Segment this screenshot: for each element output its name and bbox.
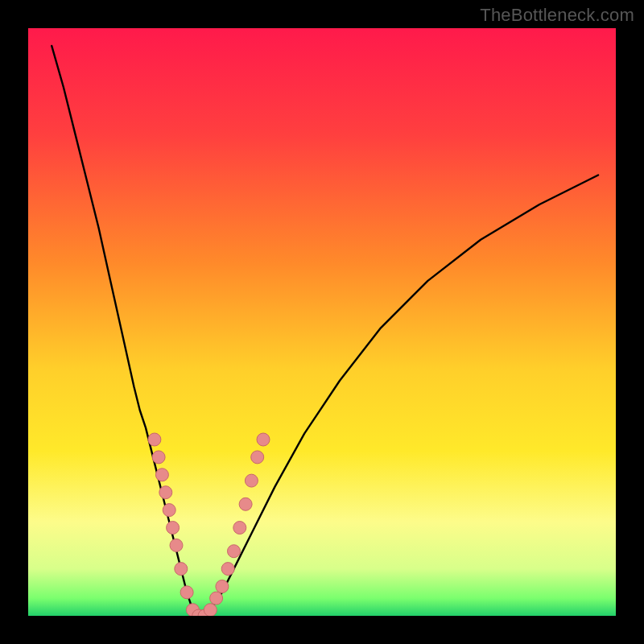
data-marker <box>180 586 193 599</box>
watermark-text: TheBottleneck.com <box>480 5 634 26</box>
chart-frame: TheBottleneck.com <box>0 0 644 644</box>
data-marker <box>228 545 241 558</box>
data-marker <box>163 504 175 517</box>
bottleneck-curve <box>52 46 598 616</box>
data-marker <box>257 433 270 446</box>
data-marker <box>204 604 217 616</box>
data-marker <box>233 522 246 535</box>
data-marker <box>216 580 229 593</box>
data-marker <box>148 433 161 446</box>
data-marker <box>221 563 234 576</box>
data-marker <box>170 539 183 551</box>
data-marker <box>251 451 264 464</box>
chart-svg <box>28 28 616 616</box>
data-marker <box>167 522 180 535</box>
data-marker <box>175 563 188 576</box>
data-marker <box>159 486 172 499</box>
data-marker <box>152 451 165 464</box>
data-marker <box>245 474 258 487</box>
data-marker <box>239 497 252 510</box>
data-marker <box>155 469 168 481</box>
data-marker <box>210 592 223 605</box>
plot-area <box>28 28 616 616</box>
